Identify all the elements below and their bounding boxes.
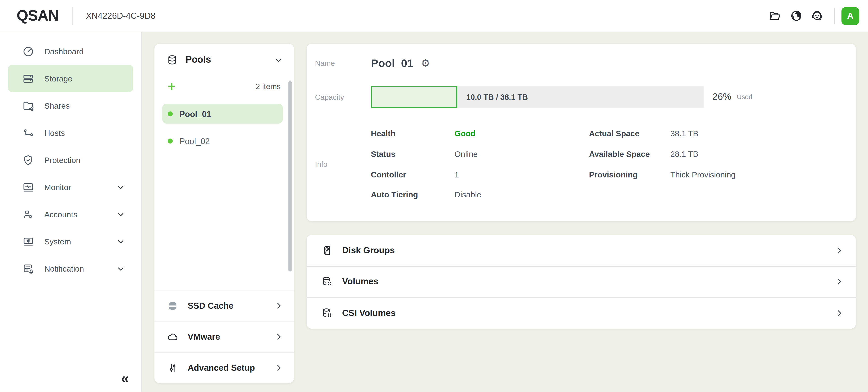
pool-name-value: Pool_01: [371, 57, 413, 69]
disk-groups-label: Disk Groups: [342, 245, 395, 255]
sidebar-item-notification[interactable]: Notification: [8, 255, 133, 282]
volumes-row[interactable]: Volumes: [307, 266, 856, 298]
pool-name-row: Name Pool_01 ⚙: [307, 54, 856, 73]
ssd-cache-icon: [166, 300, 179, 312]
capacity-percent: 26%: [712, 91, 731, 103]
auto-tiering-value: Disable: [455, 190, 481, 199]
chevron-right-icon: [275, 333, 283, 341]
qsan-logo: QSAN: [17, 7, 59, 24]
pools-panel: Pools + 2 items Pool_01: [154, 44, 294, 383]
globe-icon: [789, 9, 802, 22]
info-key: Contoller: [371, 170, 455, 179]
topbar-divider: [72, 7, 72, 25]
support-button[interactable]: [807, 5, 828, 26]
info-key: Status: [371, 149, 455, 159]
chevron-right-icon: [835, 309, 844, 317]
sidebar-item-label: Hosts: [44, 128, 65, 137]
pools-count: 2 items: [256, 82, 281, 91]
csi-volumes-row[interactable]: CSI Volumes: [307, 297, 856, 329]
info-column-left: Health Good Status Online Contoller 1: [371, 123, 589, 205]
actual-space-value: 38.1 TB: [671, 129, 699, 138]
controller-value: 1: [455, 170, 459, 179]
pool-list-item[interactable]: Pool_01: [162, 104, 283, 123]
system-icon: [22, 235, 34, 248]
ssd-cache-link[interactable]: SSD Cache: [154, 290, 294, 321]
advanced-setup-link[interactable]: Advanced Setup: [154, 352, 294, 383]
user-avatar[interactable]: A: [841, 7, 859, 25]
capacity-row: Capacity 10.0 TB / 38.1 TB 26% Used: [307, 86, 856, 108]
file-explorer-button[interactable]: [765, 5, 785, 26]
shell: Dashboard Storage: [0, 32, 868, 392]
chevron-right-icon: [275, 302, 283, 310]
pool-sections-card: Disk Groups: [307, 235, 856, 328]
sidebar-item-monitor[interactable]: Monitor: [8, 174, 133, 201]
notification-icon: [22, 262, 34, 275]
sidebar-item-label: System: [44, 237, 71, 246]
add-pool-button[interactable]: +: [168, 80, 176, 93]
sidebar: Dashboard Storage: [0, 32, 142, 392]
pool-status-dot: [168, 111, 173, 116]
health-value: Good: [455, 129, 475, 138]
hosts-icon: [22, 127, 34, 139]
pool-settings-gear-icon[interactable]: ⚙: [421, 58, 430, 68]
info-row-available-space: Available Space 28.1 TB: [589, 144, 856, 164]
info-columns: Health Good Status Online Contoller 1: [371, 123, 856, 205]
sidebar-item-dashboard[interactable]: Dashboard: [8, 38, 133, 65]
info-row-status: Status Online: [371, 144, 589, 164]
collapse-sidebar-button[interactable]: «: [121, 371, 129, 386]
chevron-right-icon: [275, 364, 283, 372]
sidebar-item-shares[interactable]: Shares: [8, 92, 133, 119]
scrollbar-thumb[interactable]: [288, 81, 292, 272]
accounts-icon: [22, 208, 34, 220]
info-column-right: Actual Space 38.1 TB Available Space 28.…: [589, 123, 856, 205]
volumes-label: Volumes: [342, 277, 378, 287]
pool-detail-card: Name Pool_01 ⚙ Capacity 10.0 TB / 38.1 T…: [307, 44, 856, 221]
info-row-provisioning: Provisioning Thick Provisioning: [589, 164, 856, 185]
name-label: Name: [307, 59, 371, 67]
chevron-down-icon: [117, 183, 125, 191]
info-key: Health: [371, 129, 455, 138]
app-window: QSAN XN4226D-4C-9D8: [0, 0, 868, 392]
sidebar-item-system[interactable]: System: [8, 228, 133, 255]
ssd-cache-label: SSD Cache: [188, 301, 234, 311]
pool-name: Pool_01: [179, 109, 211, 118]
pool-list: Pool_01 Pool_02: [154, 99, 294, 290]
info-section: Info Health Good Status Online: [307, 123, 856, 205]
info-key: Available Space: [589, 149, 671, 159]
volumes-icon: [321, 276, 333, 288]
pool-detail-column: Name Pool_01 ⚙ Capacity 10.0 TB / 38.1 T…: [307, 44, 856, 392]
info-key: Provisioning: [589, 170, 671, 179]
open-folder-icon: [769, 9, 781, 22]
pools-header[interactable]: Pools: [154, 44, 294, 74]
topbar-separator: [834, 8, 835, 24]
sidebar-item-label: Dashboard: [44, 47, 84, 56]
disk-groups-row[interactable]: Disk Groups: [307, 235, 856, 266]
monitor-icon: [22, 181, 34, 193]
topbar-actions: A: [765, 5, 859, 26]
sidebar-item-hosts[interactable]: Hosts: [8, 119, 133, 146]
main-content: Pools + 2 items Pool_01: [142, 32, 868, 392]
pool-list-item[interactable]: Pool_02: [162, 131, 283, 151]
status-value: Online: [455, 149, 478, 159]
capacity-text: 10.0 TB / 38.1 TB: [466, 86, 528, 108]
sidebar-item-accounts[interactable]: Accounts: [8, 201, 133, 228]
protection-icon: [22, 154, 34, 166]
chevron-down-icon[interactable]: [275, 56, 283, 64]
vmware-link[interactable]: VMware: [154, 321, 294, 352]
sidebar-item-storage[interactable]: Storage: [8, 65, 133, 92]
sidebar-item-label: Protection: [44, 156, 81, 164]
info-key: Actual Space: [589, 129, 671, 138]
chevron-down-icon: [117, 210, 125, 218]
shares-icon: [22, 100, 34, 112]
info-row-actual-space: Actual Space 38.1 TB: [589, 123, 856, 144]
info-row-health: Health Good: [371, 123, 589, 144]
language-button[interactable]: [785, 5, 807, 26]
sidebar-item-protection[interactable]: Protection: [8, 146, 133, 174]
info-key: Auto Tiering: [371, 190, 455, 199]
pools-toolbar: + 2 items: [154, 74, 294, 100]
chevron-right-icon: [835, 246, 844, 255]
headset-icon: [810, 9, 824, 22]
volumes-icon: [321, 307, 333, 319]
sliders-icon: [166, 362, 179, 374]
capacity-bar-fill: [371, 86, 458, 108]
